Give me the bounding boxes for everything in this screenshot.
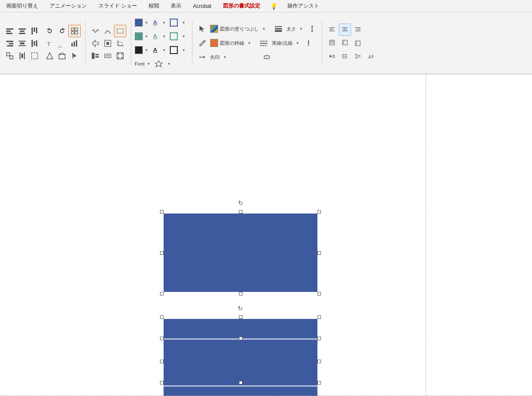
line-spacing-btn[interactable] bbox=[352, 50, 364, 62]
handle-nw-2[interactable] bbox=[160, 315, 164, 319]
orange-swatch[interactable] bbox=[210, 39, 218, 47]
handle-se-1[interactable] bbox=[317, 292, 321, 295]
black-swatch[interactable] bbox=[135, 46, 143, 54]
shape-outline-2-dropdown[interactable]: ▾ bbox=[180, 32, 187, 40]
shape-outline-dropdown[interactable]: ▾ bbox=[180, 19, 187, 27]
menu-item-slideshow[interactable]: スライド ショー bbox=[97, 1, 139, 11]
thickness-adjust-icon[interactable] bbox=[306, 23, 318, 35]
letter-a-teal[interactable]: A bbox=[150, 32, 160, 40]
fill-blue-swatch[interactable] bbox=[135, 19, 143, 27]
shape-outline-2[interactable] bbox=[168, 30, 180, 43]
shape-outline-1[interactable] bbox=[168, 16, 180, 29]
chart-icon[interactable] bbox=[68, 37, 81, 50]
handle-n-1[interactable] bbox=[239, 210, 243, 214]
size-adjust-icon[interactable] bbox=[261, 51, 273, 63]
shape-outline-3[interactable] bbox=[168, 44, 180, 56]
menu-item-animation[interactable]: アニメーション bbox=[48, 1, 89, 11]
text-align-middle-btn[interactable] bbox=[339, 37, 351, 49]
shape-effects-icon[interactable] bbox=[153, 58, 165, 70]
align-center-icon[interactable] bbox=[16, 25, 28, 37]
shape-effects-dropdown[interactable]: ▾ bbox=[166, 60, 172, 68]
text-align-left-btn[interactable] bbox=[326, 23, 338, 36]
shape-outline-3-dropdown[interactable]: ▾ bbox=[180, 46, 187, 54]
sub-handle-w-mid[interactable] bbox=[160, 360, 164, 363]
indent-btn[interactable] bbox=[326, 50, 338, 62]
sub-handle-bottom-right[interactable] bbox=[317, 381, 321, 384]
teal-swatch[interactable] bbox=[135, 32, 143, 40]
selection-icon[interactable] bbox=[28, 50, 41, 62]
align-vcenter-icon[interactable] bbox=[28, 37, 41, 50]
crop-icon[interactable] bbox=[114, 37, 126, 50]
line-style-icon[interactable] bbox=[258, 37, 270, 49]
rotate-handle-1[interactable]: ↻ bbox=[237, 199, 244, 206]
shape-fill-dropdown[interactable]: ▾ bbox=[261, 25, 267, 33]
edit-icon[interactable] bbox=[196, 37, 208, 49]
triangle-icon[interactable] bbox=[43, 50, 56, 62]
text-align-bottom-btn[interactable] bbox=[352, 37, 364, 49]
distribute-h-icon[interactable] bbox=[16, 37, 28, 50]
shape-rect-1[interactable] bbox=[164, 214, 317, 292]
letter-teal-dropdown[interactable]: ▾ bbox=[161, 32, 167, 40]
sub-handle-top-left[interactable] bbox=[160, 337, 164, 340]
group-icon[interactable] bbox=[4, 50, 16, 62]
text-icon[interactable]: T bbox=[43, 37, 56, 50]
arrow-icon[interactable] bbox=[196, 51, 208, 63]
sub-handle-top-right[interactable] bbox=[317, 337, 321, 340]
sub-handle-top-center[interactable] bbox=[239, 337, 243, 340]
menu-item-acrobat[interactable]: Acrobat bbox=[191, 2, 213, 10]
frame-icon[interactable] bbox=[114, 50, 126, 62]
teal-dropdown[interactable]: ▾ bbox=[143, 32, 149, 40]
align-top-icon[interactable] bbox=[28, 25, 41, 37]
bar-left-icon[interactable] bbox=[89, 50, 102, 62]
rect-dot-icon[interactable] bbox=[114, 25, 126, 37]
text-align-center-btn[interactable] bbox=[339, 23, 351, 36]
shape-outline-dropdown2[interactable]: ▾ bbox=[246, 39, 252, 47]
letter-a-blue[interactable]: A bbox=[150, 19, 160, 27]
letter-black-dropdown[interactable]: ▾ bbox=[161, 46, 167, 54]
line-adjust-icon[interactable] bbox=[302, 37, 315, 49]
bullet-list-btn[interactable] bbox=[339, 50, 351, 62]
font-dropdown-btn[interactable]: ▾ bbox=[145, 60, 152, 68]
menu-item-hyoji[interactable]: 表示 bbox=[169, 1, 183, 11]
align-right-icon[interactable] bbox=[4, 37, 16, 50]
left-arrow-icon[interactable] bbox=[89, 37, 102, 50]
handle-e-1[interactable] bbox=[317, 251, 321, 255]
menu-item-assist[interactable]: 操作アシスト bbox=[286, 1, 321, 11]
handle-nw-1[interactable] bbox=[160, 210, 164, 214]
handle-s-1[interactable] bbox=[239, 292, 243, 295]
distribute-v-icon[interactable] bbox=[16, 50, 28, 62]
multicolor-swatch[interactable] bbox=[210, 25, 218, 33]
fill-color-dropdown[interactable]: ▾ bbox=[143, 19, 149, 27]
letter-a-black[interactable]: A bbox=[150, 46, 160, 54]
sub-handle-bottom-left[interactable] bbox=[160, 381, 164, 384]
rotate-right-icon[interactable] bbox=[56, 25, 68, 37]
pointer-icon[interactable] bbox=[196, 23, 208, 35]
thickness-lines-icon[interactable] bbox=[272, 23, 285, 35]
text-v-icon[interactable]: T bbox=[56, 37, 68, 50]
rotate-left-icon[interactable] bbox=[43, 25, 56, 37]
arrow-dropdown[interactable]: ▾ bbox=[222, 53, 228, 61]
shape-grid-icon[interactable] bbox=[68, 25, 81, 37]
menu-item-gaamen[interactable]: 画面切り替え bbox=[4, 1, 40, 11]
line-style-dropdown[interactable]: ▾ bbox=[294, 39, 301, 47]
letter-a-dropdown[interactable]: ▾ bbox=[161, 19, 167, 27]
text-direction-btn[interactable]: あ bbox=[364, 50, 377, 62]
shape-icon[interactable] bbox=[56, 50, 68, 62]
handle-ne-2[interactable] bbox=[317, 315, 321, 319]
text-align-right-btn[interactable] bbox=[352, 23, 364, 36]
align-left-icon[interactable] bbox=[4, 25, 16, 37]
thickness-dropdown[interactable]: ▾ bbox=[298, 25, 304, 33]
handle-n-2[interactable] bbox=[239, 315, 243, 319]
handle-sw-1[interactable] bbox=[160, 292, 164, 295]
handle-w-1[interactable] bbox=[160, 251, 164, 255]
sub-handle-bottom-center[interactable] bbox=[239, 381, 243, 384]
resize-icon[interactable] bbox=[102, 37, 114, 50]
menu-item-kouran[interactable]: 校閲 bbox=[147, 1, 161, 11]
menu-item-zukei[interactable]: 図形の書式設定 bbox=[221, 1, 262, 11]
shape-2-group[interactable] bbox=[162, 317, 319, 396]
handle-ne-1[interactable] bbox=[317, 210, 321, 214]
resize2-icon[interactable] bbox=[102, 50, 114, 62]
arc-icon[interactable] bbox=[102, 25, 114, 37]
cursor-icon[interactable] bbox=[68, 50, 81, 62]
sub-handle-e-mid[interactable] bbox=[317, 360, 321, 363]
